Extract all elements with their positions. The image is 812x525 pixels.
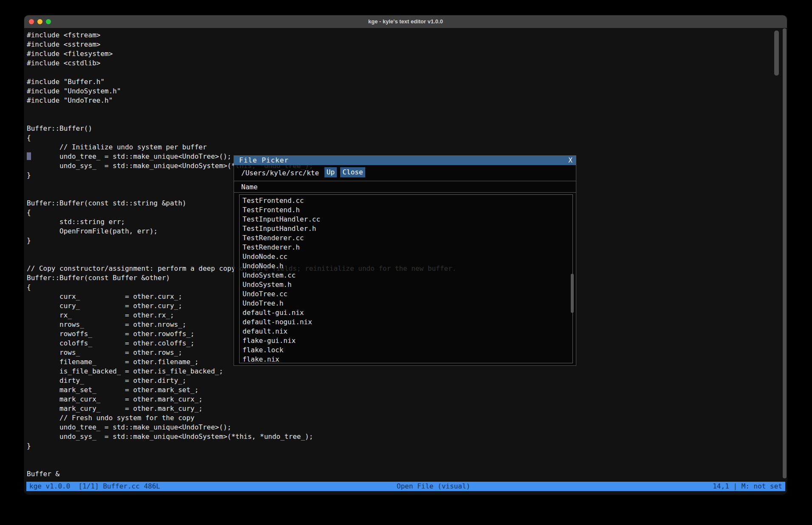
file-item[interactable]: UndoNode.h — [240, 261, 572, 271]
file-item[interactable]: UndoSystem.cc — [240, 271, 572, 280]
file-list: TestFrontend.ccTestFrontend.hTestInputHa… — [239, 194, 573, 363]
status-cursor-position: 14,1 | M: not set — [713, 482, 782, 491]
dialog-close-icon[interactable]: X — [568, 156, 572, 165]
file-item[interactable]: UndoTree.cc — [240, 289, 572, 299]
current-path: /Users/kyle/src/kte — [241, 169, 319, 177]
file-picker-title: File Picker — [239, 156, 289, 165]
close-button[interactable]: Close — [340, 167, 365, 177]
text-cursor — [27, 152, 31, 160]
file-item[interactable]: UndoTree.h — [240, 299, 572, 308]
file-item[interactable]: TestInputHandler.h — [240, 224, 572, 233]
window-titlebar[interactable]: kge - kyle's text editor v1.0.0 — [24, 15, 787, 28]
column-header-name: Name — [241, 183, 258, 191]
file-item[interactable]: default-gui.nix — [240, 308, 572, 317]
file-item[interactable]: flake.nix — [240, 355, 572, 363]
separator — [234, 192, 576, 193]
editor-window: kge - kyle's text editor v1.0.0 #include… — [24, 15, 787, 494]
file-item[interactable]: flake.lock — [240, 345, 572, 355]
window-title: kge - kyle's text editor v1.0.0 — [24, 15, 787, 28]
editor-scrollbar-thumb[interactable] — [774, 31, 779, 76]
file-picker-body: /Users/kyle/src/kte Up Close Name TestFr… — [234, 165, 576, 365]
desktop: kge - kyle's text editor v1.0.0 #include… — [0, 0, 812, 525]
status-mode: Open File (visual) — [397, 482, 470, 491]
separator — [234, 181, 576, 181]
file-item[interactable]: flake-gui.nix — [240, 336, 572, 345]
up-button[interactable]: Up — [324, 167, 337, 177]
file-picker-titlebar[interactable]: File Picker X — [234, 156, 576, 165]
file-item[interactable]: TestInputHandler.cc — [240, 215, 572, 224]
file-item[interactable]: TestFrontend.h — [240, 205, 572, 215]
file-item[interactable]: UndoSystem.h — [240, 280, 572, 289]
file-item[interactable]: TestFrontend.cc — [240, 196, 572, 205]
status-left: kge v1.0.0 [1/1] Buffer.cc 486L — [29, 482, 160, 491]
status-bar: kge v1.0.0 [1/1] Buffer.cc 486L Open Fil… — [26, 482, 785, 491]
window-scrollbar-track[interactable] — [783, 28, 787, 478]
file-list-scrollbar-thumb[interactable] — [571, 274, 574, 313]
file-item[interactable]: default.nix — [240, 327, 572, 336]
file-picker-dialog: File Picker X /Users/kyle/src/kte Up Clo… — [234, 155, 576, 366]
file-item[interactable]: UndoNode.cc — [240, 252, 572, 261]
file-item[interactable]: default-nogui.nix — [240, 317, 572, 327]
file-item[interactable]: TestRenderer.cc — [240, 233, 572, 243]
file-item[interactable]: TestRenderer.h — [240, 243, 572, 252]
